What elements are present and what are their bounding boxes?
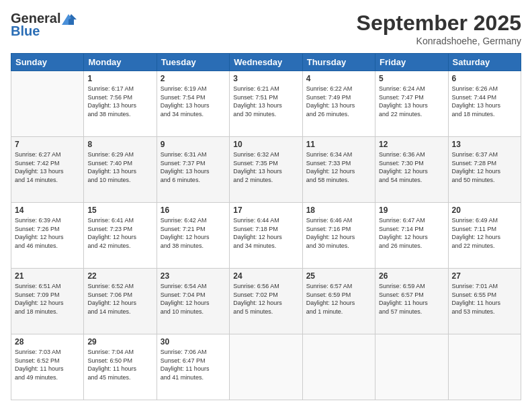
header: General Blue September 2025 Konradshoehe… [11, 11, 521, 46]
day-info: Sunrise: 6:19 AM Sunset: 7:54 PM Dayligh… [161, 85, 226, 118]
header-tuesday: Tuesday [157, 54, 229, 71]
calendar-cell: 3Sunrise: 6:21 AM Sunset: 7:51 PM Daylig… [230, 71, 302, 137]
calendar-cell [302, 334, 375, 400]
calendar-cell: 16Sunrise: 6:42 AM Sunset: 7:21 PM Dayli… [157, 203, 229, 269]
day-info: Sunrise: 6:44 AM Sunset: 7:18 PM Dayligh… [233, 216, 298, 250]
day-info: Sunrise: 6:51 AM Sunset: 7:09 PM Dayligh… [15, 282, 80, 316]
calendar-cell: 10Sunrise: 6:32 AM Sunset: 7:35 PM Dayli… [230, 137, 302, 203]
weekday-header-row: Sunday Monday Tuesday Wednesday Thursday… [11, 54, 521, 71]
day-info: Sunrise: 6:46 AM Sunset: 7:16 PM Dayligh… [306, 216, 371, 250]
calendar-week-row: 28Sunrise: 7:03 AM Sunset: 6:52 PM Dayli… [11, 334, 521, 400]
day-number: 19 [379, 205, 444, 215]
calendar-cell: 11Sunrise: 6:34 AM Sunset: 7:33 PM Dayli… [302, 137, 375, 203]
calendar-week-row: 1Sunrise: 6:17 AM Sunset: 7:56 PM Daylig… [11, 71, 521, 137]
header-sunday: Sunday [11, 54, 84, 71]
day-info: Sunrise: 6:32 AM Sunset: 7:35 PM Dayligh… [233, 150, 298, 184]
day-number: 4 [306, 74, 371, 83]
day-number: 11 [306, 140, 371, 149]
day-number: 20 [452, 205, 517, 215]
location: Konradshoehe, Germany [357, 36, 521, 46]
day-info: Sunrise: 6:17 AM Sunset: 7:56 PM Dayligh… [87, 85, 152, 118]
day-number: 17 [233, 205, 298, 215]
header-monday: Monday [84, 54, 157, 71]
day-info: Sunrise: 7:01 AM Sunset: 6:55 PM Dayligh… [452, 282, 517, 316]
logo: General Blue [11, 11, 77, 39]
calendar-cell: 21Sunrise: 6:51 AM Sunset: 7:09 PM Dayli… [11, 269, 84, 334]
calendar-cell [11, 71, 84, 137]
day-info: Sunrise: 6:39 AM Sunset: 7:26 PM Dayligh… [15, 216, 80, 250]
calendar-week-row: 14Sunrise: 6:39 AM Sunset: 7:26 PM Dayli… [11, 203, 521, 269]
calendar-cell: 15Sunrise: 6:41 AM Sunset: 7:23 PM Dayli… [84, 203, 157, 269]
day-number: 30 [161, 337, 226, 347]
day-number: 16 [161, 205, 226, 215]
day-info: Sunrise: 6:36 AM Sunset: 7:30 PM Dayligh… [379, 150, 444, 184]
day-number: 15 [87, 205, 152, 215]
day-number: 27 [452, 271, 517, 281]
day-info: Sunrise: 6:56 AM Sunset: 7:02 PM Dayligh… [233, 282, 298, 316]
day-number: 2 [161, 74, 226, 83]
calendar-cell [448, 334, 521, 400]
calendar-cell: 4Sunrise: 6:22 AM Sunset: 7:49 PM Daylig… [302, 71, 375, 137]
day-info: Sunrise: 6:47 AM Sunset: 7:14 PM Dayligh… [379, 216, 444, 250]
logo-icon [62, 13, 77, 25]
day-number: 1 [87, 74, 152, 83]
day-info: Sunrise: 6:54 AM Sunset: 7:04 PM Dayligh… [161, 282, 226, 316]
calendar-cell: 14Sunrise: 6:39 AM Sunset: 7:26 PM Dayli… [11, 203, 84, 269]
day-number: 28 [15, 337, 80, 347]
day-number: 21 [15, 271, 80, 281]
calendar-cell: 19Sunrise: 6:47 AM Sunset: 7:14 PM Dayli… [375, 203, 448, 269]
day-info: Sunrise: 6:57 AM Sunset: 6:59 PM Dayligh… [306, 282, 371, 316]
header-saturday: Saturday [448, 54, 521, 71]
calendar-cell: 9Sunrise: 6:31 AM Sunset: 7:37 PM Daylig… [157, 137, 229, 203]
calendar-cell: 23Sunrise: 6:54 AM Sunset: 7:04 PM Dayli… [157, 269, 229, 334]
calendar-cell: 5Sunrise: 6:24 AM Sunset: 7:47 PM Daylig… [375, 71, 448, 137]
day-info: Sunrise: 6:24 AM Sunset: 7:47 PM Dayligh… [379, 85, 444, 118]
day-info: Sunrise: 6:31 AM Sunset: 7:37 PM Dayligh… [161, 150, 226, 184]
day-info: Sunrise: 6:42 AM Sunset: 7:21 PM Dayligh… [161, 216, 226, 250]
day-number: 23 [161, 271, 226, 281]
day-info: Sunrise: 7:03 AM Sunset: 6:52 PM Dayligh… [15, 348, 80, 381]
day-number: 10 [233, 140, 298, 149]
day-number: 29 [87, 337, 152, 347]
calendar-cell [375, 334, 448, 400]
day-number: 13 [452, 140, 517, 149]
day-number: 5 [379, 74, 444, 83]
day-info: Sunrise: 6:49 AM Sunset: 7:11 PM Dayligh… [452, 216, 517, 250]
day-number: 25 [306, 271, 371, 281]
calendar-cell: 24Sunrise: 6:56 AM Sunset: 7:02 PM Dayli… [230, 269, 302, 334]
calendar-cell: 26Sunrise: 6:59 AM Sunset: 6:57 PM Dayli… [375, 269, 448, 334]
calendar-week-row: 7Sunrise: 6:27 AM Sunset: 7:42 PM Daylig… [11, 137, 521, 203]
calendar-cell: 8Sunrise: 6:29 AM Sunset: 7:40 PM Daylig… [84, 137, 157, 203]
calendar-cell: 20Sunrise: 6:49 AM Sunset: 7:11 PM Dayli… [448, 203, 521, 269]
calendar-cell: 25Sunrise: 6:57 AM Sunset: 6:59 PM Dayli… [302, 269, 375, 334]
day-info: Sunrise: 6:29 AM Sunset: 7:40 PM Dayligh… [87, 150, 152, 184]
day-info: Sunrise: 7:06 AM Sunset: 6:47 PM Dayligh… [161, 348, 226, 381]
day-number: 14 [15, 205, 80, 215]
page: General Blue September 2025 Konradshoehe… [0, 0, 532, 411]
day-info: Sunrise: 6:34 AM Sunset: 7:33 PM Dayligh… [306, 150, 371, 184]
calendar-cell: 13Sunrise: 6:37 AM Sunset: 7:28 PM Dayli… [448, 137, 521, 203]
day-number: 6 [452, 74, 517, 83]
header-wednesday: Wednesday [230, 54, 302, 71]
calendar-table: Sunday Monday Tuesday Wednesday Thursday… [11, 53, 521, 400]
calendar-cell: 30Sunrise: 7:06 AM Sunset: 6:47 PM Dayli… [157, 334, 229, 400]
day-info: Sunrise: 6:22 AM Sunset: 7:49 PM Dayligh… [306, 85, 371, 118]
title-block: September 2025 Konradshoehe, Germany [357, 11, 521, 46]
calendar-cell: 28Sunrise: 7:03 AM Sunset: 6:52 PM Dayli… [11, 334, 84, 400]
calendar-cell: 17Sunrise: 6:44 AM Sunset: 7:18 PM Dayli… [230, 203, 302, 269]
day-info: Sunrise: 6:59 AM Sunset: 6:57 PM Dayligh… [379, 282, 444, 316]
header-thursday: Thursday [302, 54, 375, 71]
day-info: Sunrise: 7:04 AM Sunset: 6:50 PM Dayligh… [87, 348, 152, 381]
day-number: 26 [379, 271, 444, 281]
calendar-cell: 29Sunrise: 7:04 AM Sunset: 6:50 PM Dayli… [84, 334, 157, 400]
day-number: 7 [15, 140, 80, 149]
header-friday: Friday [375, 54, 448, 71]
day-info: Sunrise: 6:26 AM Sunset: 7:44 PM Dayligh… [452, 85, 517, 118]
day-info: Sunrise: 6:41 AM Sunset: 7:23 PM Dayligh… [87, 216, 152, 250]
day-info: Sunrise: 6:52 AM Sunset: 7:06 PM Dayligh… [87, 282, 152, 316]
day-info: Sunrise: 6:37 AM Sunset: 7:28 PM Dayligh… [452, 150, 517, 184]
calendar-cell: 12Sunrise: 6:36 AM Sunset: 7:30 PM Dayli… [375, 137, 448, 203]
calendar-cell: 6Sunrise: 6:26 AM Sunset: 7:44 PM Daylig… [448, 71, 521, 137]
day-number: 24 [233, 271, 298, 281]
calendar-cell: 2Sunrise: 6:19 AM Sunset: 7:54 PM Daylig… [157, 71, 229, 137]
